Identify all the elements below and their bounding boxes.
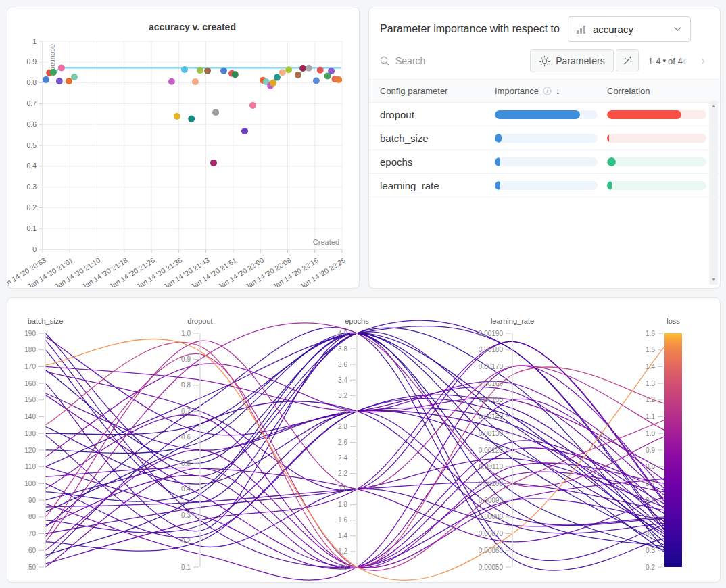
pagination-caret-icon[interactable]: ▾: [662, 57, 666, 64]
run-line[interactable]: [45, 450, 664, 568]
axis-tick-label: 0.00080: [479, 513, 504, 520]
scatter-point[interactable]: [50, 69, 57, 76]
run-line[interactable]: [45, 395, 664, 537]
metric-select[interactable]: accuracy: [568, 16, 691, 42]
y-tick-label: 0.9: [26, 57, 37, 66]
search-input[interactable]: [394, 55, 471, 67]
axis-title: batch_size: [28, 317, 64, 325]
scatter-point[interactable]: [317, 67, 324, 74]
parameter-row[interactable]: epochs: [369, 150, 720, 174]
scatter-point[interactable]: [274, 74, 281, 81]
info-icon: i: [543, 87, 552, 95]
axis-tick-label: 170: [24, 363, 36, 370]
scatter-point[interactable]: [43, 76, 49, 83]
metric-select-value: accuracy: [593, 24, 633, 35]
scatter-point[interactable]: [285, 66, 292, 73]
magic-wand-button[interactable]: [616, 49, 639, 72]
axis-tick-label: 180: [24, 346, 36, 353]
scatter-point[interactable]: [313, 78, 320, 84]
parameter-importance-panel: Parameter importance with respect to acc…: [368, 7, 721, 289]
parameters-button-label: Parameters: [556, 55, 604, 66]
scatter-point[interactable]: [279, 69, 286, 76]
run-line[interactable]: [45, 366, 664, 480]
scroll-up-icon[interactable]: ▴: [712, 103, 715, 109]
axis-tick-label: 2.0: [338, 485, 347, 493]
next-page-icon[interactable]: ›: [701, 54, 705, 68]
parameter-row[interactable]: dropout: [369, 103, 720, 126]
scatter-point[interactable]: [204, 68, 211, 74]
scatter-point[interactable]: [328, 68, 335, 74]
axis-tick-label: 160: [24, 380, 36, 387]
scatter-point[interactable]: [249, 102, 256, 109]
scatter-point[interactable]: [295, 72, 301, 78]
scatter-point[interactable]: [58, 64, 65, 71]
axis-tick-label: 1.8: [338, 501, 347, 508]
parameter-row[interactable]: learning_rate: [369, 174, 720, 197]
table-scrollbar[interactable]: ▴ ▾: [709, 101, 718, 285]
scatter-point[interactable]: [188, 116, 195, 122]
axis-tick-label: 0.9: [646, 447, 655, 454]
scatter-point[interactable]: [241, 128, 248, 134]
axis-tick-label: 0.00050: [479, 564, 504, 571]
scatter-point[interactable]: [270, 80, 276, 87]
axis-tick-label: 70: [28, 530, 37, 537]
axis-tick-label: 0.00090: [479, 497, 504, 504]
scatter-point[interactable]: [220, 68, 227, 74]
scroll-down-icon[interactable]: ▾: [712, 276, 715, 283]
parallel-coordinates-chart[interactable]: batch_size506070809010011012013014015016…: [7, 298, 719, 581]
axis-tick-label: 3.4: [338, 376, 347, 384]
y-tick-label: 0.4: [26, 162, 37, 170]
scatter-point[interactable]: [212, 109, 219, 116]
x-axis-title: Created: [313, 238, 339, 246]
correlation-bar: [607, 157, 706, 166]
run-line[interactable]: [45, 337, 664, 509]
scatter-point[interactable]: [210, 160, 217, 166]
run-line[interactable]: [45, 483, 664, 510]
scatter-point[interactable]: [299, 65, 306, 72]
axis-tick-label: 2.2: [338, 470, 347, 477]
importance-bar: [495, 110, 598, 119]
pagination: 1-4 ▾ of 4: [648, 56, 683, 66]
pagination-range[interactable]: 1-4: [648, 56, 661, 66]
scatter-point[interactable]: [56, 78, 63, 84]
run-line[interactable]: [45, 328, 664, 556]
sort-descending-icon: ↓: [556, 86, 560, 96]
run-line[interactable]: [45, 448, 664, 567]
axis-tick-label: 1.6: [338, 516, 347, 524]
scatter-point[interactable]: [174, 113, 180, 120]
prev-page-icon[interactable]: ‹: [683, 54, 687, 68]
axis-tick-label: 0.00170: [479, 363, 504, 370]
axis-tick-label: 0.00120: [479, 447, 504, 454]
parameters-button[interactable]: Parameters: [530, 49, 613, 72]
axis-tick-label: 3.6: [338, 361, 347, 368]
scatter-point[interactable]: [181, 66, 188, 73]
scatter-point[interactable]: [335, 76, 342, 83]
axis-tick-label: 3.0: [338, 408, 347, 415]
gear-icon: [539, 55, 550, 67]
scatter-point[interactable]: [66, 78, 72, 84]
column-importance[interactable]: Importance i ↓: [495, 86, 607, 96]
axis-tick-label: 0.3: [646, 547, 655, 554]
scatter-point[interactable]: [168, 78, 175, 85]
search-box[interactable]: [380, 55, 530, 67]
correlation-bar-fill: [607, 110, 681, 119]
parameter-row[interactable]: batch_size: [369, 126, 720, 150]
y-tick-label: 0: [32, 245, 37, 253]
scatter-point[interactable]: [232, 71, 239, 78]
axis-tick-label: 0.00140: [479, 413, 504, 420]
axis-tick-label: 190: [24, 330, 36, 337]
scatter-point[interactable]: [306, 65, 312, 72]
scatter-point[interactable]: [197, 67, 203, 74]
scatter-point[interactable]: [71, 74, 78, 80]
accuracy-vs-created-chart[interactable]: 00.10.20.30.40.50.60.70.80.91Jan 14 '20 …: [7, 7, 358, 287]
svg-text:i: i: [546, 88, 548, 94]
pagination-nav: ‹ ›: [683, 54, 705, 68]
importance-bar: [495, 181, 598, 190]
chart-title: accuracy v. created: [149, 22, 236, 32]
run-line[interactable]: [45, 399, 664, 568]
importance-bar-fill: [495, 110, 580, 119]
y-tick-label: 0.6: [26, 120, 37, 128]
axis-tick-label: 0.9: [181, 356, 191, 363]
axis-tick-label: 0.8: [646, 463, 655, 470]
scatter-point[interactable]: [192, 78, 199, 85]
